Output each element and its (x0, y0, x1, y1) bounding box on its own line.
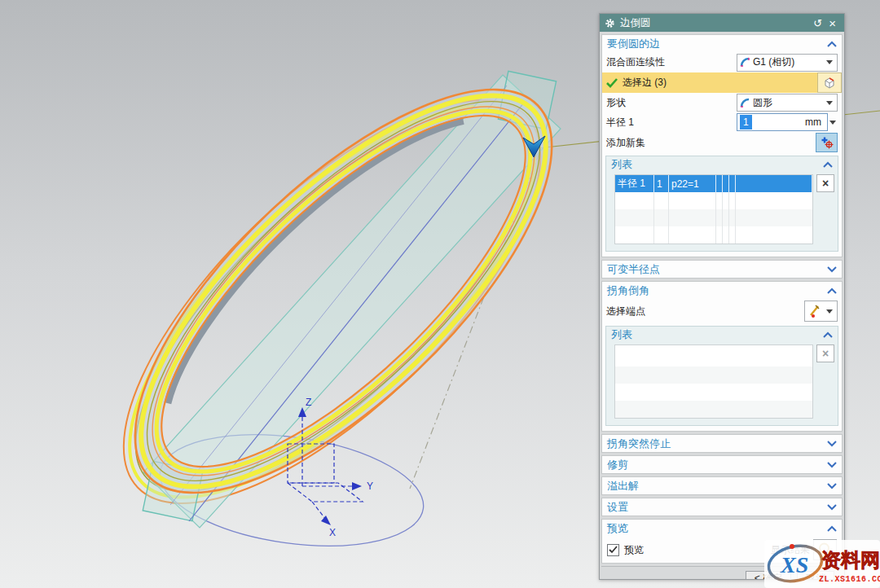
dropdown-arrow-icon (826, 101, 833, 105)
add-new-set-label: 添加新集 (606, 136, 816, 150)
section-label: 要倒圆的边 (607, 37, 660, 51)
dialog-title: 边倒圆 (620, 16, 651, 30)
section-corner-stop: 拐角突然停止 (601, 434, 843, 453)
dropdown-arrow-icon (826, 309, 833, 314)
shape-label: 形状 (606, 96, 737, 110)
radius-label: 半径 1 (606, 116, 737, 129)
section-overflow: 溢出解 (601, 476, 843, 495)
list-row-empty[interactable] (615, 345, 812, 366)
fillet-icon (740, 57, 750, 68)
watermark-site-name: 资料网 (821, 549, 880, 571)
blend-list-table[interactable]: 半径 1 1 p22=1 (614, 174, 813, 244)
section-header-variable-radius[interactable]: 可变半径点 (602, 261, 842, 278)
list-cell-expr: p22=1 (669, 175, 716, 192)
section-header-edges[interactable]: 要倒圆的边 (602, 35, 842, 52)
close-button[interactable]: × (825, 16, 839, 30)
section-header-trim[interactable]: 修剪 (602, 456, 842, 473)
section-label: 设置 (607, 500, 628, 515)
section-variable-radius: 可变半径点 (601, 260, 843, 279)
chamfer-list-group: 列表 × (605, 326, 838, 426)
chevron-up-icon[interactable] (827, 41, 837, 47)
continuity-value: G1 (相切) (753, 55, 825, 69)
chevron-down-icon[interactable] (827, 462, 837, 468)
list-row-empty[interactable] (615, 366, 812, 384)
chevron-down-icon[interactable] (827, 504, 837, 511)
radius-input[interactable]: 1 mm (737, 113, 828, 131)
list-row-empty[interactable] (615, 401, 812, 418)
list-label: 列表 (611, 157, 632, 172)
select-endpoint-row: 选择端点 (602, 299, 842, 323)
chamfer-list-table[interactable] (614, 344, 813, 419)
continuity-row: 混合面连续性 G1 (相切) (602, 52, 842, 72)
section-header-corner-stop[interactable]: 拐角突然停止 (602, 435, 842, 452)
section-settings: 设置 (601, 498, 843, 516)
dropdown-arrow-icon (826, 60, 833, 64)
section-header-overflow[interactable]: 溢出解 (602, 477, 842, 494)
section-label: 修剪 (607, 458, 628, 472)
watermark-logo-text: XS (780, 552, 808, 577)
application-window: Z Y X 边倒圆 ↺ × 要倒圆的边 (0, 0, 880, 588)
y-axis-label: Y (367, 480, 373, 492)
section-trim: 修剪 (601, 455, 843, 474)
reset-button[interactable]: ↺ (810, 17, 825, 29)
shape-row: 形状 圆形 (602, 93, 842, 112)
blend-list-group: 列表 半径 1 1 p22=1 (605, 156, 838, 252)
section-header-corner-chamfer[interactable]: 拐角倒角 (602, 282, 842, 299)
select-endpoint-label: 选择端点 (606, 305, 804, 318)
select-edge-row[interactable]: 选择边 (3) (602, 72, 842, 93)
chevron-down-icon[interactable] (827, 266, 837, 273)
select-edge-label: 选择边 (3) (623, 76, 667, 90)
section-label: 预览 (607, 521, 628, 536)
check-icon (606, 78, 618, 88)
list-header[interactable]: 列表 (606, 156, 838, 173)
section-label: 溢出解 (607, 479, 639, 494)
chevron-up-icon[interactable] (827, 525, 837, 532)
watermark-site-url: ZL.XS1616.COM (819, 575, 880, 584)
circular-shape-icon (740, 98, 750, 108)
list-row-empty[interactable] (615, 192, 812, 209)
section-label: 拐角倒角 (607, 283, 649, 298)
chevron-up-icon[interactable] (823, 331, 833, 338)
shape-value: 圆形 (753, 96, 825, 110)
list-header[interactable]: 列表 (606, 327, 838, 343)
unit-dropdown-arrow-icon[interactable] (829, 121, 836, 125)
list-row-empty[interactable] (615, 384, 812, 401)
section-edges-to-blend: 要倒圆的边 混合面连续性 G1 (相切) (601, 34, 843, 257)
list-row-selected[interactable]: 半径 1 1 p22=1 (615, 175, 812, 192)
x-axis-label: X (329, 527, 336, 538)
select-endpoint-button[interactable] (804, 301, 838, 322)
body-filter-button[interactable] (817, 72, 842, 93)
gear-icon (605, 18, 615, 29)
z-axis-label: Z (306, 397, 311, 408)
dialog-title-bar[interactable]: 边倒圆 ↺ × (600, 14, 844, 32)
list-row-empty[interactable] (615, 209, 812, 226)
point-select-icon (807, 304, 822, 318)
add-new-set-button[interactable] (816, 133, 838, 152)
section-header-preview[interactable]: 预览 (602, 520, 842, 537)
shape-dropdown[interactable]: 圆形 (737, 94, 838, 112)
list-cell-name: 半径 1 (615, 175, 654, 192)
radius-row: 半径 1 1 mm (602, 112, 842, 132)
chevron-down-icon[interactable] (827, 441, 837, 447)
section-header-settings[interactable]: 设置 (602, 498, 842, 516)
watermark-logo-dot (790, 544, 794, 549)
chevron-up-icon[interactable] (823, 161, 833, 168)
remove-list-item-button[interactable]: × (816, 174, 834, 192)
radius-value: 1 (740, 115, 752, 129)
add-new-set-icon (821, 136, 834, 149)
watermark: XS 资料网 ZL.XS1616.COM (764, 540, 880, 588)
add-new-set-row: 添加新集 (602, 132, 842, 153)
dialog-body: 要倒圆的边 混合面连续性 G1 (相切) (600, 32, 844, 579)
preview-checkbox[interactable] (607, 544, 619, 556)
chevron-down-icon[interactable] (827, 483, 837, 489)
chevron-up-icon[interactable] (827, 287, 837, 294)
cube-icon (822, 76, 837, 90)
section-label: 可变半径点 (607, 262, 660, 277)
list-row-empty[interactable] (615, 226, 812, 244)
continuity-dropdown[interactable]: G1 (相切) (737, 54, 838, 72)
remove-list-item-button-disabled: × (816, 344, 834, 362)
section-label: 拐角突然停止 (607, 437, 671, 451)
edge-blend-dialog: 边倒圆 ↺ × 要倒圆的边 混合面连续性 (599, 13, 845, 580)
continuity-label: 混合面连续性 (606, 55, 737, 69)
x-axis-arrow (321, 516, 331, 525)
